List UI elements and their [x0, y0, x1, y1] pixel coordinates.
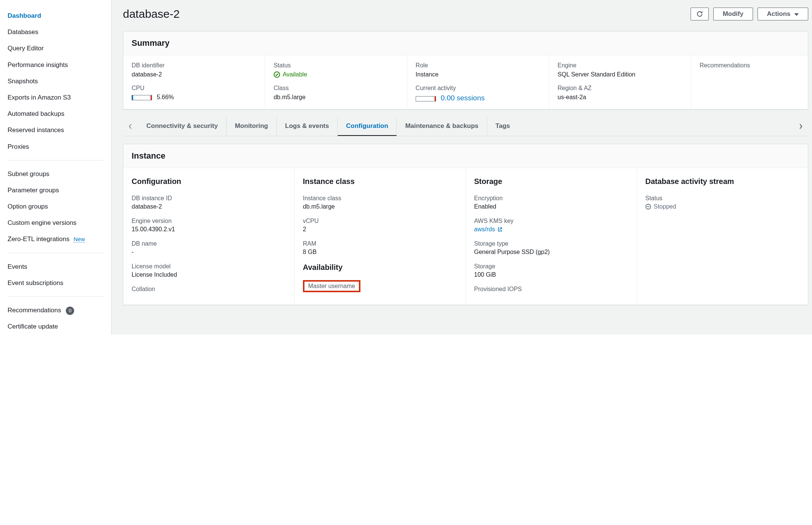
header-actions: Modify Actions: [691, 8, 808, 20]
external-link-icon: [497, 227, 503, 232]
kms-label: AWS KMS key: [474, 218, 629, 224]
nav-query-editor[interactable]: Query Editor: [0, 40, 111, 56]
storage-label: Storage: [474, 263, 629, 270]
recommendations-count-badge: 0: [66, 307, 74, 315]
dbid-value: database-2: [132, 71, 256, 78]
nav-zero-etl-label: Zero-ETL integrations: [8, 235, 70, 243]
summary-col-status: Status Available Class db.m5.large: [265, 55, 407, 109]
nav-certificate-update[interactable]: Certificate update: [0, 318, 111, 335]
kms-link[interactable]: aws/rds: [474, 226, 503, 233]
page-title: database-2: [123, 8, 180, 20]
das-status-value: Stopped: [645, 203, 676, 210]
tab-tags[interactable]: Tags: [487, 117, 518, 136]
activity-bar: [416, 96, 436, 101]
activity-label: Current activity: [416, 85, 540, 92]
tab-connectivity-security[interactable]: Connectivity & security: [138, 117, 227, 136]
col-configuration: Configuration DB instance ID database-2 …: [123, 168, 295, 305]
tab-scroll-left[interactable]: [123, 123, 138, 129]
sessions-link[interactable]: 0.00 sessions: [441, 94, 484, 102]
engine-label: Engine: [557, 62, 682, 69]
engver-value: 15.00.4390.2.v1: [132, 226, 286, 233]
instance-card: Instance Configuration DB instance ID da…: [123, 144, 808, 305]
nav-option-groups[interactable]: Option groups: [0, 198, 111, 215]
status-value: Available: [273, 71, 307, 78]
nav-automated-backups[interactable]: Automated backups: [0, 106, 111, 122]
page-header: database-2 Modify Actions: [123, 4, 808, 31]
main-content: database-2 Modify Actions Summary DB ide…: [112, 0, 812, 335]
summary-header: Summary: [123, 31, 808, 55]
encryption-label: Encryption: [474, 195, 629, 202]
encryption-value: Enabled: [474, 203, 629, 210]
das-status-label: Status: [645, 195, 800, 202]
nav-databases[interactable]: Databases: [0, 24, 111, 40]
instclass-label: Instance class: [303, 195, 457, 202]
cpu-bar: [132, 95, 152, 100]
tab-configuration[interactable]: Configuration: [338, 117, 397, 136]
master-username-highlight: Master username: [303, 280, 361, 292]
nav-custom-engine-versions[interactable]: Custom engine versions: [0, 215, 111, 231]
availability-heading: Availability: [303, 263, 457, 272]
nav-event-subscriptions[interactable]: Event subscriptions: [0, 275, 111, 291]
region-value: us-east-2a: [557, 94, 682, 101]
summary-title: Summary: [132, 38, 800, 48]
storage-heading: Storage: [474, 177, 629, 186]
stopped-icon: [645, 204, 651, 210]
nav-snapshots[interactable]: Snapshots: [0, 73, 111, 89]
storagetype-label: Storage type: [474, 240, 629, 247]
iops-label: Provisioned IOPS: [474, 286, 629, 293]
actions-label: Actions: [767, 10, 790, 18]
activity-stream-heading: Database activity stream: [645, 177, 800, 186]
actions-button[interactable]: Actions: [758, 8, 808, 20]
tab-monitoring[interactable]: Monitoring: [227, 117, 277, 136]
new-badge: New: [74, 236, 85, 243]
divider: [8, 253, 104, 253]
summary-col-identifier: DB identifier database-2 CPU 5.66%: [123, 55, 265, 109]
col-storage: Storage Encryption Enabled AWS KMS key a…: [466, 168, 637, 305]
engine-value: SQL Server Standard Edition: [557, 71, 682, 78]
nav-recommendations[interactable]: Recommendations 0: [0, 302, 111, 318]
license-value: License Included: [132, 271, 286, 278]
summary-body: DB identifier database-2 CPU 5.66% Statu…: [123, 55, 808, 109]
nav-parameter-groups[interactable]: Parameter groups: [0, 182, 111, 198]
col-instance-class: Instance class Instance class db.m5.larg…: [295, 168, 466, 305]
chevron-right-icon: [799, 123, 803, 129]
refresh-icon: [696, 11, 703, 17]
nav-recommendations-label: Recommendations: [8, 307, 61, 314]
instance-title: Instance: [132, 151, 800, 161]
instance-class-heading: Instance class: [303, 177, 457, 186]
divider: [8, 160, 104, 160]
ram-value: 8 GB: [303, 249, 457, 255]
dbname-label: DB name: [132, 240, 286, 247]
ram-label: RAM: [303, 240, 457, 247]
vcpu-label: vCPU: [303, 218, 457, 224]
nav-events[interactable]: Events: [0, 259, 111, 275]
tab-logs-events[interactable]: Logs & events: [277, 117, 338, 136]
cpu-label: CPU: [132, 85, 256, 92]
nav-dashboard[interactable]: Dashboard: [0, 8, 111, 24]
modify-button[interactable]: Modify: [713, 8, 753, 20]
tab-maintenance-backups[interactable]: Maintenance & backups: [397, 117, 487, 136]
nav-proxies[interactable]: Proxies: [0, 139, 111, 155]
region-label: Region & AZ: [557, 85, 682, 92]
vcpu-value: 2: [303, 226, 457, 233]
chevron-left-icon: [129, 123, 132, 129]
master-username-label: Master username: [308, 283, 356, 290]
dbinstanceid-value: database-2: [132, 203, 286, 210]
cpu-value: 5.66%: [132, 94, 256, 101]
nav-exports-s3[interactable]: Exports in Amazon S3: [0, 89, 111, 106]
refresh-button[interactable]: [691, 8, 709, 20]
activity-value: 0.00 sessions: [416, 94, 540, 102]
check-circle-icon: [273, 71, 280, 78]
dbid-label: DB identifier: [132, 62, 256, 69]
instclass-value: db.m5.large: [303, 203, 457, 210]
nav-subnet-groups[interactable]: Subnet groups: [0, 166, 111, 182]
nav-performance-insights[interactable]: Performance insights: [0, 57, 111, 73]
summary-col-recommendations: Recommendations: [691, 55, 808, 109]
engver-label: Engine version: [132, 218, 286, 224]
nav-reserved-instances[interactable]: Reserved instances: [0, 122, 111, 138]
status-label: Status: [273, 62, 398, 69]
dbinstanceid-label: DB instance ID: [132, 195, 286, 202]
tab-scroll-right[interactable]: [793, 123, 808, 129]
nav-zero-etl[interactable]: Zero-ETL integrations New: [0, 231, 111, 247]
divider: [8, 296, 104, 297]
